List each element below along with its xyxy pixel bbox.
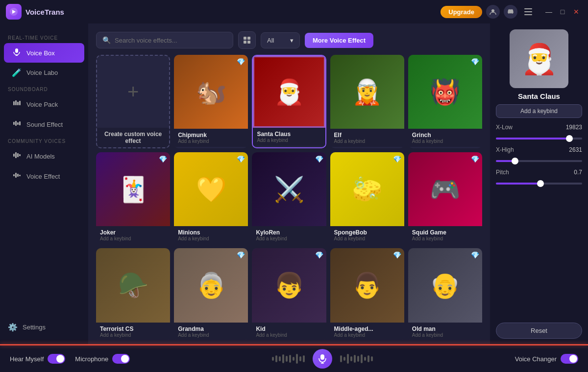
squidgame-info: Squid Game Add a keybind xyxy=(408,226,482,244)
voice-card-terrorist[interactable]: 🪖 Terrorist CS Add a keybind xyxy=(96,248,170,340)
microphone-toggle[interactable] xyxy=(112,354,130,364)
hear-myself-label: Hear Myself xyxy=(10,355,44,363)
svg-rect-20 xyxy=(13,174,15,176)
titlebar-right: Upgrade — □ ✕ xyxy=(441,5,582,19)
oldman-premium-gem: 💎 xyxy=(471,251,479,259)
create-custom-info: Create custom voice effect xyxy=(97,128,169,147)
sidebar-section-label-soundboard: SOUNDBOARD xyxy=(0,83,88,94)
voice-changer-group: Voice Changer xyxy=(515,354,578,364)
more-voice-button[interactable]: More Voice Effect xyxy=(305,33,373,48)
voice-card-chipmunk[interactable]: 🐿️ 💎 Chipmunk Add a keybind xyxy=(174,55,248,148)
sidebar-item-voice-box[interactable]: Voice Box xyxy=(4,43,84,63)
squidgame-premium-gem: 💎 xyxy=(471,155,479,163)
grandma-name: Grandma xyxy=(178,326,244,332)
sidebar-item-voice-effect[interactable]: Voice Effect xyxy=(4,166,84,186)
voice-changer-label: Voice Changer xyxy=(515,355,557,363)
voice-changer-toggle[interactable] xyxy=(561,354,578,364)
spongebob-premium-gem: 💎 xyxy=(393,155,401,163)
settings-label: Settings xyxy=(23,324,46,331)
hear-myself-toggle[interactable] xyxy=(48,354,65,364)
grinch-keybind: Add a keybind xyxy=(412,139,478,144)
sidebar-item-ai-models[interactable]: AI Models xyxy=(4,146,84,166)
sidebar-section-label-realtime: REAL-TIME VOICE xyxy=(0,31,88,43)
voice-card-grinch[interactable]: 👹 💎 Grinch Add a keybind xyxy=(408,55,482,148)
grandma-keybind: Add a keybind xyxy=(178,332,244,338)
sidebar-item-voice-labo[interactable]: 🧪 Voice Labo xyxy=(4,63,84,82)
x-low-slider[interactable] xyxy=(496,138,582,140)
santa-keybind: Add a keybind xyxy=(257,138,321,143)
santa-thumb: 🎅 xyxy=(253,56,325,128)
svg-rect-5 xyxy=(15,48,18,53)
voice-card-grandma[interactable]: 👵 💎 Grandma Add a keybind xyxy=(174,248,248,340)
minimize-button[interactable]: — xyxy=(543,6,555,18)
voice-card-kid[interactable]: 👦 💎 Kid Add a keybind xyxy=(252,248,326,340)
menu-icon-button[interactable] xyxy=(521,5,535,19)
voice-grid: + Create custom voice effect 🐿️ 💎 Chipmu… xyxy=(96,55,482,341)
svg-rect-12 xyxy=(13,122,15,125)
create-custom-body: + xyxy=(97,56,169,128)
voice-card-minions[interactable]: 💛 💎 Minions Add a keybind xyxy=(174,152,248,244)
terrorist-thumb: 🪖 xyxy=(96,248,170,322)
voice-card-joker[interactable]: 🃏 💎 Joker Add a keybind xyxy=(96,152,170,244)
x-high-slider-row: X-High 2631 xyxy=(496,146,582,164)
joker-premium-gem: 💎 xyxy=(159,155,167,163)
pitch-label: Pitch xyxy=(496,169,509,176)
pitch-value: 0.7 xyxy=(574,169,582,176)
x-high-header: X-High 2631 xyxy=(496,146,582,153)
x-high-value: 2631 xyxy=(569,146,582,153)
reset-button[interactable]: Reset xyxy=(496,323,582,339)
voice-card-elf[interactable]: 🧝 Elf Add a keybind xyxy=(330,55,404,148)
right-panel: 🎅 Santa Claus Add a keybind X-Low 19823 … xyxy=(490,23,588,345)
voice-card-spongebob[interactable]: 🧽 💎 SpongeBob Add a keybind xyxy=(330,152,404,244)
pitch-slider[interactable] xyxy=(496,183,582,185)
filter-label: All xyxy=(267,37,274,44)
toolbar: 🔍 All ▾ More Voice Effect xyxy=(96,31,482,49)
svg-rect-23 xyxy=(19,175,21,176)
svg-rect-25 xyxy=(247,37,250,40)
elf-info: Elf Add a keybind xyxy=(330,129,404,147)
mic-button[interactable] xyxy=(313,349,332,369)
voice-card-kyloren[interactable]: ⚔️ 💎 KyloRen Add a keybind xyxy=(252,152,326,244)
middleaged-thumb: 👨 💎 xyxy=(330,248,404,322)
sidebar-item-voice-pack[interactable]: Voice Pack xyxy=(4,94,84,114)
svg-rect-18 xyxy=(17,153,19,157)
sidebar-item-sound-effect[interactable]: Sound Effect xyxy=(4,115,84,134)
x-high-slider[interactable] xyxy=(496,160,582,162)
sound-effect-icon xyxy=(12,119,22,129)
grinch-premium-gem: 💎 xyxy=(471,58,479,66)
sidebar-settings[interactable]: ⚙️ Settings xyxy=(0,318,88,337)
sidebar-item-label-sound-effect: Sound Effect xyxy=(26,121,63,128)
x-low-header: X-Low 19823 xyxy=(496,124,582,131)
upgrade-button[interactable]: Upgrade xyxy=(441,6,482,18)
kid-thumb: 👦 💎 xyxy=(252,248,326,322)
voice-card-middleaged[interactable]: 👨 💎 Middle-aged... Add a keybind xyxy=(330,248,404,340)
selected-voice-preview: 🎅 Santa Claus Add a keybind xyxy=(496,29,582,118)
joker-thumb: 🃏 💎 xyxy=(96,152,170,226)
create-custom-card[interactable]: + Create custom voice effect xyxy=(96,55,170,148)
filter-dropdown[interactable]: All ▾ xyxy=(261,32,300,48)
close-button[interactable]: ✕ xyxy=(570,6,582,18)
voice-card-squidgame[interactable]: 🎮 💎 Squid Game Add a keybind xyxy=(408,152,482,244)
add-keybind-button[interactable]: Add a keybind xyxy=(496,104,582,118)
voice-card-santa[interactable]: 🎅 Santa Claus Add a keybind xyxy=(252,55,326,148)
kid-premium-gem: 💎 xyxy=(315,251,323,259)
grandma-premium-gem: 💎 xyxy=(237,251,245,259)
grinch-name: Grinch xyxy=(412,132,478,139)
svg-rect-3 xyxy=(524,11,532,12)
grid-toggle-button[interactable] xyxy=(238,31,256,49)
voice-card-oldman[interactable]: 👴 💎 Old man Add a keybind xyxy=(408,248,482,340)
squidgame-name: Squid Game xyxy=(412,229,478,236)
app-name: VoiceTrans xyxy=(25,8,64,16)
chipmunk-thumb: 🐿️ 💎 xyxy=(174,55,248,129)
chevron-down-icon: ▾ xyxy=(290,37,294,44)
window-controls: — □ ✕ xyxy=(543,6,582,18)
search-box[interactable]: 🔍 xyxy=(96,32,233,48)
discord-icon-button[interactable] xyxy=(504,5,517,19)
search-input[interactable] xyxy=(115,37,227,44)
joker-keybind: Add a keybind xyxy=(100,236,166,241)
svg-rect-4 xyxy=(524,14,532,15)
grandma-info: Grandma Add a keybind xyxy=(174,323,248,341)
svg-rect-13 xyxy=(15,121,17,126)
user-icon-button[interactable] xyxy=(486,5,500,19)
maximize-button[interactable]: □ xyxy=(557,6,568,18)
